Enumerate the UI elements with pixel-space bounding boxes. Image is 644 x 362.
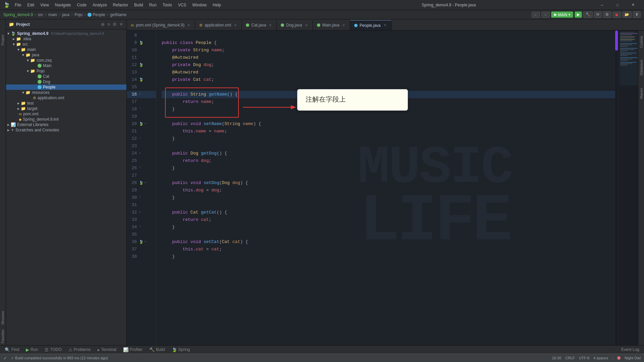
tab-close-dog[interactable]: ✕ xyxy=(304,23,309,28)
tab-close-cat[interactable]: ✕ xyxy=(268,23,272,28)
breadcrumb-pojo[interactable]: Pojo xyxy=(74,12,83,17)
line-ending-indicator[interactable]: CRLF xyxy=(565,356,575,360)
menu-item-view[interactable]: View xyxy=(38,1,52,9)
tree-item-pojo[interactable]: ▾ 📁 Pojo xyxy=(6,68,126,74)
reload-button[interactable]: ⟳ xyxy=(594,11,602,18)
tree-item-cat[interactable]: Cat xyxy=(6,74,126,79)
fold-icon[interactable]: └ xyxy=(139,224,141,231)
maximize-button[interactable]: □ xyxy=(610,0,625,10)
breadcrumb-src[interactable]: src xyxy=(38,12,43,17)
build-button[interactable]: 🔨 xyxy=(583,11,593,18)
tab-close-main[interactable]: ✕ xyxy=(341,23,346,28)
tree-item-pom[interactable]: m pom.xml xyxy=(6,111,126,117)
close-button[interactable]: ✕ xyxy=(625,0,641,10)
tree-item-scratches[interactable]: ▸ ✦ Scratches and Consoles xyxy=(6,127,126,133)
tree-item-ext-libs[interactable]: ▸ 📊 External Libraries xyxy=(6,122,126,127)
menu-item-window[interactable]: Window xyxy=(190,1,209,9)
panel-locate-icon[interactable]: ⊕ xyxy=(100,21,105,27)
menu-item-file[interactable]: File xyxy=(12,1,24,9)
fold-icon[interactable]: └ xyxy=(139,106,141,113)
tree-item-idea[interactable]: ▸ 📁 .idea xyxy=(6,36,126,42)
tab-main[interactable]: Main.java ✕ xyxy=(313,20,350,30)
code-content[interactable]: MUSIC LIFE xyxy=(156,31,615,345)
fold-icon[interactable]: ▾ xyxy=(139,150,141,157)
fold-icon[interactable]: ▾ xyxy=(139,209,141,216)
tree-item-main-java[interactable]: Main xyxy=(6,63,126,68)
tab-dog[interactable]: Dog.java ✕ xyxy=(277,20,313,30)
database-panel-tab[interactable]: Database xyxy=(639,57,644,78)
problems-tab[interactable]: ⚠ Problems xyxy=(66,347,93,353)
build-tab[interactable]: 🔨 Build xyxy=(147,347,167,353)
tree-item-com-zsq[interactable]: ▾ 📁 com.zsq xyxy=(6,58,126,63)
fold-icon[interactable]: ▾ xyxy=(144,238,146,246)
settings-button[interactable]: ⚙ xyxy=(603,11,611,18)
breadcrumb-people[interactable]: People xyxy=(88,12,105,17)
panel-close-icon[interactable]: ✕ xyxy=(119,21,124,27)
menu-item-vcs[interactable]: VCS xyxy=(175,1,189,9)
tree-item-java[interactable]: ▾ 📁 java xyxy=(6,52,126,58)
up-button[interactable]: ⬆ xyxy=(633,11,641,18)
menu-item-code[interactable]: Code xyxy=(74,1,89,9)
panel-settings-icon[interactable]: ⚙ xyxy=(112,21,117,27)
tree-item-main[interactable]: ▾ 📁 main xyxy=(6,47,126,52)
open-folder-button[interactable]: 📂 xyxy=(622,11,632,18)
tree-item-src[interactable]: ▾ 📁 src xyxy=(6,42,126,47)
menu-item-help[interactable]: Help xyxy=(210,1,224,9)
run-tab[interactable]: ▶ Run xyxy=(24,347,40,353)
stop-button[interactable]: ⏹ xyxy=(612,12,621,18)
find-tab[interactable]: 🔍 Find xyxy=(3,347,21,353)
tab-people[interactable]: People.java ✕ xyxy=(350,20,391,30)
indent-indicator[interactable]: 4 spaces xyxy=(593,356,608,360)
fold-icon[interactable]: └ xyxy=(139,165,141,172)
forward-button[interactable]: → xyxy=(541,12,550,18)
menu-item-tools[interactable]: Tools xyxy=(160,1,175,9)
menu-item-build[interactable]: Build xyxy=(131,1,146,9)
breadcrumb-project[interactable]: Spring_demo4.9 xyxy=(3,12,33,17)
theme-indicator[interactable]: Night Owl xyxy=(625,356,641,360)
event-log-button[interactable]: Event Log xyxy=(619,347,641,353)
tab-app-xml[interactable]: ⚙ application.xml ✕ xyxy=(195,20,242,30)
back-button[interactable]: ← xyxy=(532,12,540,18)
tab-cat[interactable]: Cat.java ✕ xyxy=(242,20,277,30)
encoding-indicator[interactable]: UTF-8 xyxy=(579,356,589,360)
tree-item-people[interactable]: People xyxy=(6,84,126,90)
tree-item-root[interactable]: ▾ 🍃 Spring_demo4.9 D:\IdeaProjects\Sprin… xyxy=(6,31,126,36)
panel-collapse-icon[interactable]: ≡ xyxy=(107,21,111,27)
breadcrumb-java[interactable]: java xyxy=(62,12,69,17)
tree-item-test[interactable]: ▸ 📁 test xyxy=(6,101,126,106)
breadcrumb-getname[interactable]: getName xyxy=(110,12,127,17)
tab-close-app[interactable]: ✕ xyxy=(233,23,237,28)
scrollbar-thumb[interactable] xyxy=(615,31,618,51)
maven-panel-tab[interactable]: Maven xyxy=(639,85,644,102)
menu-item-navigate[interactable]: Navigate xyxy=(52,1,73,9)
fold-icon[interactable]: ▾ xyxy=(144,120,146,128)
fold-icon[interactable]: ▾ xyxy=(144,179,146,187)
menu-item-edit[interactable]: Edit xyxy=(24,1,37,9)
favorites-tab-vertical[interactable]: Favorites xyxy=(0,327,5,345)
breadcrumb-main[interactable]: main xyxy=(48,12,57,17)
run-button[interactable]: ▶ xyxy=(575,11,582,18)
tree-item-dog[interactable]: Dog xyxy=(6,79,126,84)
vertical-scrollbar[interactable] xyxy=(615,31,618,345)
profiler-tab[interactable]: 📊 Profiler xyxy=(121,347,145,353)
build-status-text[interactable]: ✓ Build completed successfully in 883 ms… xyxy=(11,356,108,360)
line-col-indicator[interactable]: 16:30 xyxy=(552,356,561,360)
project-tab-vertical[interactable]: Project xyxy=(0,33,5,47)
tree-item-app-xml[interactable]: ⚙ application.xml xyxy=(6,95,126,101)
spring-tab[interactable]: 🍃 Spring xyxy=(170,347,192,353)
fold-icon[interactable]: └ xyxy=(139,135,141,142)
tree-item-iml[interactable]: ◆ Spring_demo4.9.iml xyxy=(6,117,126,122)
codota-panel-tab[interactable]: Codota xyxy=(639,33,644,50)
tree-item-resources[interactable]: ▾ 📁 resources xyxy=(6,90,126,95)
run-config-button[interactable]: ▶ MAIN ▾ xyxy=(551,11,574,18)
todo-tab[interactable]: ☰ TODO xyxy=(43,347,63,353)
terminal-tab[interactable]: ▸ Terminal xyxy=(96,347,118,353)
minimap[interactable] xyxy=(618,31,638,345)
minimize-button[interactable]: ─ xyxy=(594,0,610,10)
menu-item-run[interactable]: Run xyxy=(147,1,159,9)
menu-item-refactor[interactable]: Refactor xyxy=(110,1,131,9)
fold-icon[interactable]: ▾ xyxy=(139,91,141,98)
menu-item-analyze[interactable]: Analyze xyxy=(90,1,110,9)
structure-tab-vertical[interactable]: Structure xyxy=(0,309,5,327)
tab-close-people[interactable]: ✕ xyxy=(383,23,387,28)
